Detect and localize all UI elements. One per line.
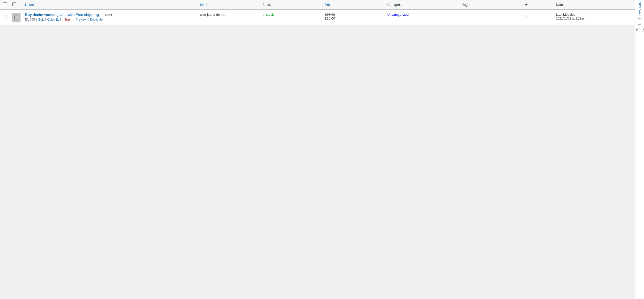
featured-star[interactable]: ☆ bbox=[525, 13, 529, 18]
product-id: ID: 655 bbox=[25, 18, 35, 21]
row-thumbnail-cell bbox=[9, 10, 23, 25]
right-sidebar: SEO Data ✏ ✏ %/AteKxacyew0pr%d%iehb0%t%S… bbox=[635, 0, 644, 299]
row-stock-cell: In stock bbox=[260, 10, 322, 25]
sidebar-top-section: SEO Data ✏ ✏ bbox=[636, 2, 643, 28]
col-header-thumbnail bbox=[9, 0, 23, 10]
stock-status: In stock bbox=[262, 13, 274, 16]
row-select-checkbox[interactable] bbox=[3, 15, 7, 19]
col-header-sku[interactable]: SKU bbox=[198, 0, 260, 10]
col-header-stock: Stock bbox=[260, 0, 322, 10]
thumbnail-icon bbox=[12, 4, 16, 7]
col-header-categories: Categories bbox=[385, 0, 460, 10]
row-featured-cell: ☆ bbox=[522, 10, 553, 25]
col-header-price[interactable]: Price bbox=[322, 0, 385, 10]
sidebar-seo-label: SEO Data bbox=[638, 2, 641, 15]
product-thumbnail bbox=[12, 13, 21, 22]
col-header-checkbox bbox=[0, 0, 9, 10]
product-status-label: — Draft bbox=[100, 13, 112, 17]
row-tags-cell: – bbox=[460, 10, 522, 25]
sidebar-bottom-text: %/AteKxacyew0pr%d%iehb0%t%Saettgdhm bbox=[635, 28, 644, 32]
page-wrapper: Name SKU Stock Price Categories bbox=[0, 0, 644, 299]
row-sku-cell: woo-jeans-denim bbox=[198, 10, 260, 25]
products-table-wrapper: Name SKU Stock Price Categories bbox=[0, 0, 635, 25]
row-name-cell: Buy denim women jeans with Free shipping… bbox=[23, 10, 198, 25]
sale-price: £10.00 bbox=[325, 16, 382, 20]
preview-link[interactable]: Preview bbox=[76, 18, 87, 21]
products-table: Name SKU Stock Price Categories bbox=[0, 0, 635, 25]
sidebar-edit-icon-1[interactable]: ✏ bbox=[638, 17, 641, 21]
row-categories-cell: Uncategorized bbox=[385, 10, 460, 25]
row-date-cell: Last Modified 2021/01/02 at 3:11 pm bbox=[553, 10, 635, 25]
trash-link[interactable]: Trash bbox=[64, 18, 72, 21]
col-header-tags: Tags bbox=[460, 0, 522, 10]
select-all-checkbox[interactable] bbox=[3, 2, 7, 6]
col-header-featured: ★ bbox=[522, 0, 553, 10]
svg-rect-1 bbox=[14, 16, 18, 19]
svg-rect-0 bbox=[12, 3, 16, 6]
category-link[interactable]: Uncategorized bbox=[387, 13, 409, 16]
col-header-date: Date bbox=[553, 0, 635, 10]
row-checkbox-cell bbox=[0, 10, 9, 25]
product-name-container: Buy denim women jeans with Free shipping… bbox=[25, 13, 195, 17]
row-actions: ID: 655 | Edit | Quick Edit | Trash | Pr… bbox=[25, 18, 195, 21]
row-price-cell: £15.00 £10.00 bbox=[322, 10, 385, 25]
col-header-name[interactable]: Name bbox=[23, 0, 198, 10]
product-name-link[interactable]: Buy denim women jeans with Free shipping bbox=[25, 13, 100, 17]
duplicate-link[interactable]: Duplicate bbox=[90, 18, 103, 21]
date-label: Last Modified bbox=[556, 13, 576, 16]
quick-edit-link[interactable]: Quick Edit bbox=[47, 18, 61, 21]
date-value: 2021/01/02 at 3:11 pm bbox=[556, 17, 586, 20]
sidebar-edit-icon-2[interactable]: ✏ bbox=[638, 23, 641, 27]
table-header-row: Name SKU Stock Price Categories bbox=[0, 0, 635, 10]
sidebar-bottom-section: %/AteKxacyew0pr%d%iehb0%t%Saettgdhm bbox=[636, 28, 643, 32]
original-price: £15.00 bbox=[325, 13, 382, 16]
main-content: Name SKU Stock Price Categories bbox=[0, 0, 635, 299]
table-row: Buy denim women jeans with Free shipping… bbox=[0, 10, 635, 25]
edit-link[interactable]: Edit bbox=[39, 18, 44, 21]
